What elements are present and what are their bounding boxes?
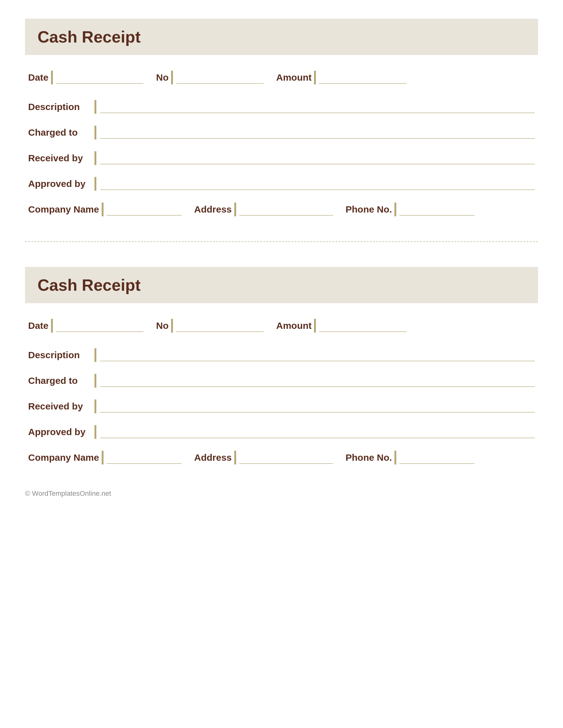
charged-to-bar-1 — [94, 126, 96, 139]
approved-by-input-1[interactable] — [100, 178, 535, 190]
receipt-1-title: Cash Receipt — [38, 28, 525, 46]
company-bar-2 — [102, 451, 103, 464]
phone-label-2: Phone No. — [346, 452, 392, 463]
company-label-1: Company Name — [28, 204, 99, 215]
description-input-1[interactable] — [100, 101, 535, 113]
company-input-1[interactable] — [107, 203, 182, 216]
charged-to-label-2: Charged to — [28, 375, 91, 386]
address-bar-2 — [234, 451, 236, 464]
received-by-label-2: Received by — [28, 401, 91, 412]
no-field-2: No — [156, 319, 264, 333]
address-input-1[interactable] — [239, 203, 333, 216]
date-input-2[interactable] — [56, 319, 143, 332]
date-bar-2 — [51, 319, 53, 333]
charged-to-row-1: Charged to — [28, 126, 535, 139]
description-bar-2 — [94, 348, 96, 362]
amount-label-2: Amount — [276, 320, 312, 331]
amount-bar-2 — [314, 319, 316, 333]
received-by-label-1: Received by — [28, 153, 91, 163]
amount-bar-1 — [314, 71, 316, 84]
charged-to-bar-2 — [94, 374, 96, 388]
no-bar-2 — [171, 319, 173, 333]
receipt-1-top-row: Date No Amount — [28, 71, 535, 84]
received-by-input-1[interactable] — [100, 152, 535, 164]
page-wrapper: Cash Receipt Date No Amount — [25, 19, 538, 498]
address-label-2: Address — [194, 452, 232, 463]
description-label-1: Description — [28, 102, 91, 112]
no-label-1: No — [156, 72, 168, 83]
footer-copyright: © WordTemplatesOnline.net — [25, 490, 538, 498]
receipt-2-fields: Date No Amount Description — [25, 319, 538, 464]
amount-input-2[interactable] — [319, 319, 407, 332]
address-label-1: Address — [194, 204, 232, 215]
date-bar-1 — [51, 71, 53, 84]
approved-by-label-2: Approved by — [28, 427, 91, 437]
address-input-2[interactable] — [239, 451, 333, 464]
date-label-2: Date — [28, 320, 48, 331]
phone-bar-2 — [395, 451, 396, 464]
received-by-bar-1 — [94, 151, 96, 165]
amount-field-1: Amount — [276, 71, 407, 84]
receipt-2: Cash Receipt Date No Amount — [25, 267, 538, 464]
charged-to-label-1: Charged to — [28, 127, 91, 138]
receipt-2-bottom-row: Company Name Address Phone No. — [28, 451, 535, 464]
receipt-1-header: Cash Receipt — [25, 19, 538, 55]
receipt-divider — [25, 241, 538, 242]
amount-label-1: Amount — [276, 72, 312, 83]
address-field-2: Address — [194, 451, 333, 464]
receipt-2-top-row: Date No Amount — [28, 319, 535, 333]
date-field-1: Date — [28, 71, 143, 84]
receipt-1: Cash Receipt Date No Amount — [25, 19, 538, 216]
charged-to-row-2: Charged to — [28, 374, 535, 388]
phone-bar-1 — [395, 203, 396, 216]
approved-by-row-2: Approved by — [28, 425, 535, 439]
phone-input-2[interactable] — [400, 451, 475, 464]
amount-input-1[interactable] — [319, 71, 407, 84]
description-input-2[interactable] — [100, 349, 535, 361]
date-input-1[interactable] — [56, 71, 143, 84]
company-field-2: Company Name — [28, 451, 182, 464]
address-bar-1 — [234, 203, 236, 216]
no-bar-1 — [171, 71, 173, 84]
address-field-1: Address — [194, 203, 333, 216]
received-by-row-1: Received by — [28, 151, 535, 165]
approved-by-bar-2 — [94, 425, 96, 439]
received-by-bar-2 — [94, 399, 96, 413]
no-input-2[interactable] — [176, 319, 264, 332]
description-row-2: Description — [28, 348, 535, 362]
description-label-2: Description — [28, 350, 91, 360]
received-by-input-2[interactable] — [100, 400, 535, 413]
phone-field-1: Phone No. — [346, 203, 475, 216]
description-bar-1 — [94, 100, 96, 114]
phone-field-2: Phone No. — [346, 451, 475, 464]
phone-label-1: Phone No. — [346, 204, 392, 215]
description-row-1: Description — [28, 100, 535, 114]
company-field-1: Company Name — [28, 203, 182, 216]
company-input-2[interactable] — [107, 451, 182, 464]
receipt-1-fields: Date No Amount Description — [25, 71, 538, 216]
approved-by-row-1: Approved by — [28, 177, 535, 191]
receipt-2-header: Cash Receipt — [25, 267, 538, 303]
received-by-row-2: Received by — [28, 399, 535, 413]
no-input-1[interactable] — [176, 71, 264, 84]
approved-by-label-1: Approved by — [28, 178, 91, 189]
charged-to-input-1[interactable] — [100, 126, 535, 139]
receipt-1-bottom-row: Company Name Address Phone No. — [28, 203, 535, 216]
phone-input-1[interactable] — [400, 203, 475, 216]
company-label-2: Company Name — [28, 452, 99, 463]
company-bar-1 — [102, 203, 103, 216]
no-label-2: No — [156, 320, 168, 331]
approved-by-input-2[interactable] — [100, 426, 535, 438]
charged-to-input-2[interactable] — [100, 374, 535, 387]
no-field-1: No — [156, 71, 264, 84]
receipt-2-title: Cash Receipt — [38, 276, 525, 294]
date-field-2: Date — [28, 319, 143, 333]
amount-field-2: Amount — [276, 319, 407, 333]
approved-by-bar-1 — [94, 177, 96, 191]
date-label-1: Date — [28, 72, 48, 83]
